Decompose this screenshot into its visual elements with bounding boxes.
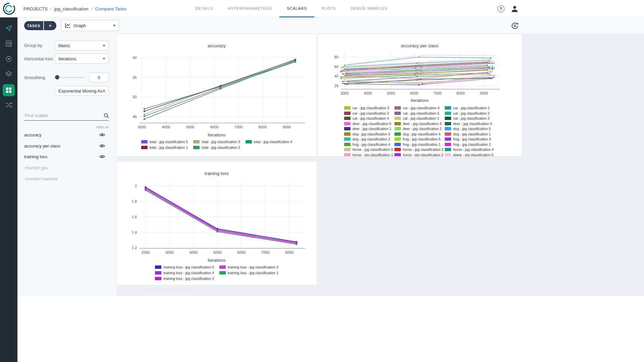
- legend-item[interactable]: dog - jpg classification 5: [445, 127, 495, 131]
- legend-item[interactable]: deer - jpg classification 2: [394, 127, 445, 131]
- eye-icon[interactable]: [99, 155, 105, 159]
- legend-label: training loss - jpg classification 3: [228, 265, 278, 269]
- eye-icon[interactable]: [99, 144, 105, 148]
- help-icon[interactable]: ?: [497, 5, 504, 12]
- legend-item[interactable]: total - jpg classification 1: [141, 145, 188, 149]
- legend-swatch: [344, 153, 351, 157]
- breadcrumb-project[interactable]: jpg_classification: [54, 6, 89, 11]
- legend-item[interactable]: dog - jpg classification 1: [445, 132, 495, 136]
- nav-datasets[interactable]: [0, 67, 17, 81]
- legend-item[interactable]: car - jpg classification 1: [445, 106, 495, 110]
- legend-item[interactable]: frog - jpg classification 1: [394, 142, 445, 146]
- legend-label: total - jpg classification 4: [254, 140, 292, 144]
- legend-item[interactable]: horse - jpg classification 2: [394, 153, 445, 157]
- smoothing-slider-knob[interactable]: [55, 75, 59, 79]
- group-by-select[interactable]: Metric: [55, 41, 109, 51]
- tab-plots[interactable]: PLOTS: [314, 0, 343, 17]
- legend-item[interactable]: total - jpg classification 5: [141, 140, 188, 144]
- legend-item[interactable]: horse - jpg classification 1: [344, 153, 394, 157]
- tab-hyperparameters[interactable]: HYPERPARAMETERS: [220, 0, 279, 17]
- find-scalars-input[interactable]: [24, 113, 104, 118]
- legend-item[interactable]: deer - jpg classification 3: [394, 122, 445, 126]
- tab-scalars[interactable]: SCALARS: [279, 0, 314, 17]
- accuracy-chart-canvas[interactable]: 300040005000600070008000900045505560: [117, 50, 317, 132]
- smoothing-method-select[interactable]: Exponential Moving Av...: [55, 86, 109, 96]
- legend-item[interactable]: dog - jpg classification 4: [394, 132, 445, 136]
- active-nav-tile: [3, 84, 15, 96]
- hide-all-link[interactable]: Hide all: [96, 125, 109, 129]
- accuracy-per-class-chart-canvas[interactable]: 300040005000600070008000900020406080: [318, 50, 522, 97]
- auto-refresh-icon[interactable]: [511, 21, 519, 30]
- breadcrumb-projects[interactable]: PROJECTS: [23, 6, 48, 11]
- breadcrumb-separator: /: [50, 6, 52, 11]
- legend-item[interactable]: total - jpg classification 2: [193, 145, 240, 149]
- nav-experiments-active[interactable]: [0, 83, 17, 98]
- smoothing-value-input[interactable]: [89, 72, 109, 82]
- legend-item[interactable]: car - jpg classification 4: [394, 106, 445, 110]
- legend-swatch: [155, 277, 161, 280]
- add-task-button[interactable]: +: [44, 21, 56, 30]
- legend-item[interactable]: car - jpg classification 3: [344, 106, 394, 110]
- legend-item[interactable]: cat - jpg classification 2: [445, 116, 495, 120]
- legend-item[interactable]: training loss - jpg classification 5: [155, 265, 214, 269]
- legend-item[interactable]: deer - jpg classification 1: [344, 127, 394, 131]
- legend-item[interactable]: deer - jpg classification 5: [344, 122, 394, 126]
- legend-label: horse - jpg classification 1: [353, 153, 393, 157]
- legend-item[interactable]: frog - jpg classification 2: [445, 142, 495, 146]
- legend-item[interactable]: deer - jpg classification 4: [445, 122, 495, 126]
- nav-getting-started[interactable]: [0, 21, 17, 35]
- legend-item[interactable]: cat - jpg classification 4: [344, 116, 394, 120]
- legend-swatch: [344, 122, 351, 125]
- tab-debug-samples[interactable]: DEBUG SAMPLES: [343, 0, 395, 17]
- svg-text:8000: 8000: [457, 91, 465, 95]
- metric-row-training-loss[interactable]: training loss: [17, 152, 116, 162]
- legend-item[interactable]: plane - jpg classification 5: [445, 153, 495, 157]
- legend-item[interactable]: horse - jpg classification 5: [344, 147, 394, 152]
- view-mode-select[interactable]: Graph: [61, 20, 119, 31]
- metric-row-accuracy[interactable]: accuracy: [17, 130, 116, 140]
- legend-item[interactable]: horse - jpg classification 3: [394, 147, 445, 152]
- eye-icon[interactable]: [99, 133, 105, 137]
- clearml-logo[interactable]: [2, 2, 16, 15]
- legend-item[interactable]: horse - jpg classification 4: [445, 147, 495, 152]
- metric-row-accuracy-per-class[interactable]: accuracy per class: [17, 141, 116, 151]
- svg-text:50: 50: [133, 95, 137, 99]
- legend-swatch: [394, 106, 401, 110]
- nav-workers[interactable]: [0, 52, 17, 66]
- legend-item[interactable]: dog - jpg classification 3: [344, 132, 394, 136]
- nav-pipelines[interactable]: [0, 98, 17, 112]
- legend-item[interactable]: car - jpg classification 2: [344, 111, 394, 115]
- metric-row-monitor-machine[interactable]: :monitor:machine: [17, 174, 116, 184]
- nav-dashboard[interactable]: [0, 37, 17, 50]
- svg-text:9000: 9000: [283, 125, 291, 129]
- metric-row-monitor-gpu[interactable]: :monitor:gpu: [17, 163, 116, 173]
- legend-label: total - jpg classification 2: [202, 145, 240, 149]
- tasks-button[interactable]: TASKS: [24, 21, 43, 30]
- horizontal-axis-select[interactable]: Iterations: [55, 54, 109, 64]
- legend-item[interactable]: total - jpg classification 4: [246, 140, 292, 144]
- legend-item[interactable]: training loss - jpg classification 4: [155, 271, 214, 275]
- svg-text:5000: 5000: [387, 91, 395, 95]
- breadcrumb-current-page[interactable]: Compare Tasks: [95, 6, 127, 11]
- legend-swatch: [445, 148, 451, 151]
- legend-item[interactable]: dog - jpg classification 2: [344, 137, 394, 141]
- left-nav-rail: [0, 17, 17, 362]
- legend-label: car - jpg classification 3: [353, 106, 389, 110]
- chevron-down-icon: [103, 58, 105, 60]
- legend-item[interactable]: cat - jpg classification 1: [394, 116, 445, 120]
- smoothing-slider[interactable]: [55, 77, 85, 78]
- user-avatar-icon[interactable]: [510, 4, 519, 13]
- legend-item[interactable]: frog - jpg classification 5: [394, 137, 445, 141]
- legend-item[interactable]: training loss - jpg classification 3: [219, 265, 278, 269]
- legend-label: deer - jpg classification 2: [403, 127, 442, 131]
- legend-item[interactable]: cat - jpg classification 3: [445, 111, 495, 115]
- legend-item[interactable]: cat - jpg classification 5: [394, 111, 445, 115]
- legend-item[interactable]: frog - jpg classification 3: [445, 137, 495, 141]
- search-icon[interactable]: [104, 113, 109, 118]
- legend-item[interactable]: training loss - jpg classification 2: [155, 277, 214, 281]
- legend-item[interactable]: total - jpg classification 3: [193, 140, 240, 144]
- legend-item[interactable]: frog - jpg classification 4: [344, 142, 394, 146]
- training-loss-chart-canvas[interactable]: 20003000400050006000700080001.21.41.61.8…: [117, 177, 317, 257]
- legend-item[interactable]: training loss - jpg classification 1: [219, 271, 278, 275]
- tab-details[interactable]: DETAILS: [188, 0, 220, 17]
